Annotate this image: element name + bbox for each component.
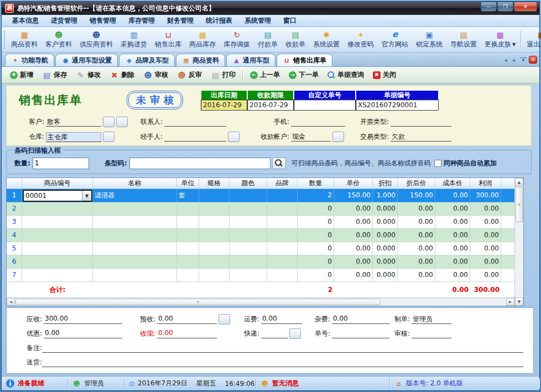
column-header-qty[interactable]: 数量 — [298, 178, 334, 189]
cell-profit[interactable]: 0.00 — [470, 202, 501, 216]
row-number-cell[interactable]: 1 — [7, 189, 22, 202]
cell-name[interactable] — [93, 255, 177, 269]
cell-discount[interactable]: 0.000 — [373, 202, 398, 216]
maximize-button[interactable]: ❒ — [497, 2, 513, 12]
cell-color[interactable] — [230, 255, 267, 269]
cell-price[interactable]: 150.00 — [334, 189, 373, 202]
tab-function-nav[interactable]: ✦功能导航 — [5, 54, 54, 66]
tab-scroll-right-icon[interactable]: ▸ — [511, 57, 518, 63]
toolbar-button-suppliers[interactable]: ☻供应商资料 — [76, 28, 117, 51]
cell-discounted[interactable]: 0.00 — [398, 216, 435, 229]
cell-unit[interactable]: 套 — [177, 189, 199, 202]
hscroll-left-icon[interactable]: ◄ — [7, 298, 15, 306]
cell-name[interactable] — [93, 216, 177, 229]
cell-profit[interactable]: 0.00 — [470, 229, 501, 242]
cell-code[interactable]: 00001▼ — [22, 189, 93, 202]
tab-scroll-left-icon[interactable]: ◂ — [502, 57, 509, 63]
cell-color[interactable] — [230, 202, 267, 216]
vscroll-up-icon[interactable]: ▲ — [515, 178, 523, 186]
cell-spec[interactable] — [199, 202, 230, 216]
doc-button-save[interactable]: ▤保存 — [38, 69, 71, 81]
express-button[interactable] — [289, 328, 301, 339]
toolbar-button-product-stock[interactable]: ▦商品库存 — [185, 28, 220, 51]
row-number-cell[interactable]: 3 — [7, 216, 22, 229]
row-number-cell[interactable]: 4 — [7, 229, 22, 242]
cell-code[interactable] — [22, 242, 93, 255]
mobile-input[interactable] — [291, 117, 345, 127]
menu-item-report-stats[interactable]: 统计报表 — [200, 14, 238, 27]
custom-no-value[interactable] — [294, 100, 356, 111]
menu-item-finance-mgmt[interactable]: 财务管理 — [161, 14, 200, 27]
due-date-value[interactable]: 2016-07-29 — [247, 100, 294, 111]
menu-item-sales-mgmt[interactable]: 销售管理 — [84, 14, 122, 27]
cell-cost[interactable]: 0.00 — [435, 216, 470, 229]
cell-name[interactable] — [93, 269, 177, 282]
cell-brand[interactable] — [267, 202, 298, 216]
doc-button-new[interactable]: ✚新增 — [6, 69, 37, 81]
cell-discounted[interactable]: 150.00 — [398, 189, 435, 202]
contact-input[interactable] — [164, 117, 226, 127]
doc-button-print[interactable]: ▤打印 — [207, 69, 240, 81]
cell-discounted[interactable]: 0.00 — [398, 269, 435, 282]
cell-discount[interactable]: 0.000 — [373, 255, 398, 269]
vscroll-track[interactable] — [515, 223, 523, 297]
cell-spec[interactable] — [199, 269, 230, 282]
cell-brand[interactable] — [267, 229, 298, 242]
account-pick-button[interactable] — [332, 132, 344, 142]
cash-input[interactable]: 0.00 — [157, 329, 217, 338]
menu-item-inventory-mgmt[interactable]: 库存管理 — [122, 14, 161, 27]
cell-spec[interactable] — [199, 189, 230, 202]
table-row-5[interactable]: 500.000.0000.000.000.00 — [7, 242, 514, 255]
cell-price[interactable]: 0.00 — [334, 202, 373, 216]
cell-name[interactable] — [93, 202, 177, 216]
express-input[interactable] — [261, 329, 288, 338]
doc-button-audit[interactable]: ☻审核 — [139, 69, 172, 81]
column-header-color[interactable]: 颜色 — [230, 178, 267, 189]
cell-spec[interactable] — [199, 229, 230, 242]
cell-name[interactable] — [93, 242, 177, 255]
cell-cost[interactable]: 0.00 — [435, 229, 470, 242]
row-number-cell[interactable]: 2 — [7, 202, 22, 216]
cell-qty[interactable]: 0 — [298, 202, 334, 216]
warehouse-input[interactable]: 主仓库 — [46, 132, 101, 142]
column-header-profit[interactable]: 利润 — [470, 178, 501, 189]
prepaid-input[interactable]: 0.00 — [157, 315, 217, 324]
handler-input[interactable] — [164, 132, 226, 142]
cell-profit[interactable]: 300.00 — [470, 189, 501, 202]
table-row-2[interactable]: 200.000.0000.000.000.00 — [7, 202, 514, 216]
vscroll-down-icon[interactable]: ▼ — [515, 297, 523, 306]
horizontal-scrollbar[interactable]: ◄ ≡ ► — [7, 297, 514, 306]
column-header-name[interactable]: 名称 — [93, 178, 177, 189]
column-header-cost[interactable]: 成本价 — [435, 178, 470, 189]
toolbar-button-change-password[interactable]: ✦修改密码 — [344, 28, 378, 51]
customer-pick-button[interactable] — [103, 117, 115, 127]
cell-discount[interactable]: 0.000 — [373, 229, 398, 242]
cell-color[interactable] — [230, 242, 267, 255]
toolbar-button-customers[interactable]: ☻客户资料 — [41, 28, 76, 51]
cell-brand[interactable] — [267, 242, 298, 255]
doc-button-unaudit[interactable]: ☻反审 — [173, 69, 206, 81]
toolbar-button-nav-settings[interactable]: ▤导航设置 — [446, 28, 481, 51]
cell-unit[interactable] — [177, 202, 199, 216]
column-header-price[interactable]: 单价 — [334, 178, 373, 189]
skin-dropdown-arrow-icon[interactable]: ▼ — [512, 42, 516, 47]
cell-qty[interactable]: 0 — [298, 216, 334, 229]
cell-qty[interactable]: 0 — [298, 255, 334, 269]
cell-cost[interactable]: 0.00 — [435, 242, 470, 255]
invoice-type-input[interactable] — [391, 117, 451, 127]
doc-button-close-doc[interactable]: ✖关闭 — [369, 69, 400, 81]
table-row-6[interactable]: 600.000.0000.000.000.00 — [7, 255, 514, 269]
cell-unit[interactable] — [177, 255, 199, 269]
account-input[interactable]: 现金 — [291, 132, 331, 142]
cell-name[interactable]: 滤清器 — [93, 189, 177, 202]
cell-discount[interactable]: 0.000 — [373, 269, 398, 282]
cell-price[interactable]: 0.00 — [334, 255, 373, 269]
cell-brand[interactable] — [267, 255, 298, 269]
cell-cost[interactable]: 0.00 — [435, 255, 470, 269]
cell-spec[interactable] — [199, 216, 230, 229]
table-row-1[interactable]: 100001▼滤清器套2150.001.000150.000.00300.00 — [7, 189, 514, 202]
tab-sales-outbound[interactable]: ⊔销售出库单 — [277, 54, 332, 66]
cell-profit[interactable]: 0.00 — [470, 216, 501, 229]
column-header-unit[interactable]: 单位 — [177, 178, 199, 189]
tab-product-info[interactable]: ▦商品资料 — [176, 54, 225, 66]
